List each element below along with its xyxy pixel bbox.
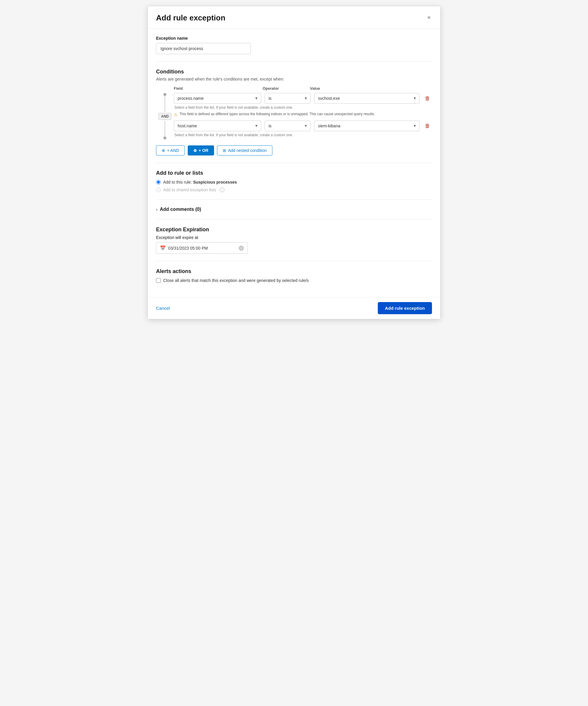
modal-header: Add rule exception ×: [148, 6, 440, 29]
condition-inputs-1: process.name ▼ is ▼: [174, 93, 432, 104]
condition-row-2: host.name ▼ is ▼: [174, 121, 432, 137]
radio-item-1[interactable]: Add to this rule: Suspicious processes: [156, 180, 432, 185]
and-badge: AND: [158, 113, 171, 120]
connector-dot-top: [163, 93, 166, 96]
hint-text-2: Select a field from the list. If your fi…: [174, 133, 432, 137]
alerts-actions-section: Alerts actions Close all alerts that mat…: [156, 268, 432, 283]
date-value: 03/31/2023 05:00 PM: [168, 246, 236, 250]
condition-row-1: process.name ▼ is ▼: [174, 93, 432, 117]
col-header-field: Field: [174, 86, 263, 91]
conditions-title: Conditions: [156, 69, 432, 75]
conditions-description: Alerts are generated when the rule's con…: [156, 77, 432, 81]
exception-name-section: Exception name: [156, 36, 432, 54]
comments-toggle-button[interactable]: › Add comments (0): [156, 207, 201, 212]
exception-name-input[interactable]: [156, 43, 251, 54]
add-to-rule-title: Add to rule or lists: [156, 170, 432, 176]
field-select-1[interactable]: process.name: [174, 93, 261, 104]
radio-input-2: [156, 188, 161, 192]
value-select-2[interactable]: siem-kibana: [314, 121, 420, 131]
info-icon[interactable]: i: [220, 188, 225, 192]
field-select-2[interactable]: host.name: [174, 121, 261, 131]
condition-connector: AND: [156, 93, 174, 140]
nested-button-label: Add nested condition: [228, 148, 267, 153]
expiration-section: Exception Expiration Exception will expi…: [156, 227, 432, 254]
or-button[interactable]: ⊕ + OR: [188, 146, 214, 155]
expiration-title: Exception Expiration: [156, 227, 432, 233]
date-input-wrapper[interactable]: 📅 03/31/2023 05:00 PM ×: [156, 242, 248, 254]
divider-4: [156, 219, 432, 220]
chevron-right-icon: ›: [156, 207, 158, 212]
comments-title: Add comments (0): [160, 207, 201, 212]
connector-line-bottom: [165, 121, 165, 137]
add-nested-condition-button[interactable]: ⊞ Add nested condition: [217, 146, 272, 155]
exception-name-label: Exception name: [156, 36, 432, 41]
operator-wrapper-1: is ▼: [265, 93, 311, 104]
and-button[interactable]: ⊕ + AND: [156, 146, 185, 155]
hint-text-1: Select a field from the list. If your fi…: [174, 106, 432, 110]
cancel-button[interactable]: Cancel: [156, 303, 170, 313]
radio-label-1-text: Add to this rule:: [163, 180, 193, 185]
value-select-1[interactable]: svchost.exe: [314, 93, 420, 104]
delete-row-1-button[interactable]: 🗑: [423, 93, 432, 103]
plus-and-icon: ⊕: [162, 148, 165, 153]
warning-text-1: This field is defined as different types…: [180, 112, 375, 116]
close-alerts-label: Close all alerts that match this excepti…: [163, 278, 309, 283]
operator-select-1[interactable]: is: [265, 93, 311, 104]
plus-or-icon: ⊕: [193, 148, 197, 153]
delete-row-2-button[interactable]: 🗑: [423, 121, 432, 131]
connector-dot-bottom: [163, 136, 166, 140]
close-alerts-checkbox[interactable]: [156, 278, 161, 283]
or-button-label: + OR: [199, 148, 208, 153]
expiration-subtitle: Exception will expire at: [156, 235, 432, 240]
add-rule-exception-modal: Add rule exception × Exception name Cond…: [148, 6, 440, 319]
field-wrapper-2: host.name ▼: [174, 121, 261, 131]
warning-icon-1: ⚠: [174, 112, 178, 117]
modal-title: Add rule exception: [156, 13, 225, 23]
add-rule-exception-button[interactable]: Add rule exception: [378, 302, 432, 314]
radio-label-2: Add to shared exception lists: [163, 188, 216, 192]
divider-5: [156, 261, 432, 261]
clear-date-icon[interactable]: ×: [239, 245, 244, 251]
calendar-icon: 📅: [160, 245, 166, 251]
connector-line-top: [165, 96, 165, 112]
conditions-section: Conditions Alerts are generated when the…: [156, 69, 432, 155]
divider-1: [156, 61, 432, 62]
modal-footer: Cancel Add rule exception: [148, 297, 440, 319]
condition-rows-inner: process.name ▼ is ▼: [174, 93, 432, 140]
radio-label-1-bold: Suspicious processes: [193, 180, 237, 185]
operator-wrapper-2: is ▼: [265, 121, 311, 131]
and-button-label: + AND: [167, 148, 179, 153]
condition-rows-container: AND process.name ▼: [156, 93, 432, 140]
close-button[interactable]: ×: [426, 13, 432, 22]
nested-icon: ⊞: [223, 148, 226, 153]
value-wrapper-1: svchost.exe ▼: [314, 93, 420, 104]
conditions-col-headers: Field Operator Value: [174, 86, 432, 91]
radio-label-1: Add to this rule: Suspicious processes: [163, 180, 237, 185]
operator-select-2[interactable]: is: [265, 121, 311, 131]
radio-group: Add to this rule: Suspicious processes A…: [156, 180, 432, 192]
warning-box-1: ⚠ This field is defined as different typ…: [174, 112, 432, 117]
divider-3: [156, 199, 432, 200]
condition-inputs-2: host.name ▼ is ▼: [174, 121, 432, 131]
radio-input-1[interactable]: [156, 180, 161, 185]
close-alerts-row: Close all alerts that match this excepti…: [156, 278, 432, 283]
field-wrapper-1: process.name ▼: [174, 93, 261, 104]
add-to-rule-section: Add to rule or lists Add to this rule: S…: [156, 170, 432, 192]
col-header-value: Value: [310, 86, 432, 91]
col-header-operator: Operator: [263, 86, 310, 91]
radio-item-2[interactable]: Add to shared exception lists i: [156, 188, 432, 192]
condition-action-buttons: ⊕ + AND ⊕ + OR ⊞ Add nested condition: [156, 146, 432, 155]
alerts-actions-title: Alerts actions: [156, 268, 432, 275]
comments-section: › Add comments (0): [156, 207, 432, 212]
modal-body: Exception name Conditions Alerts are gen…: [148, 29, 440, 297]
value-wrapper-2: siem-kibana ▼: [314, 121, 420, 131]
